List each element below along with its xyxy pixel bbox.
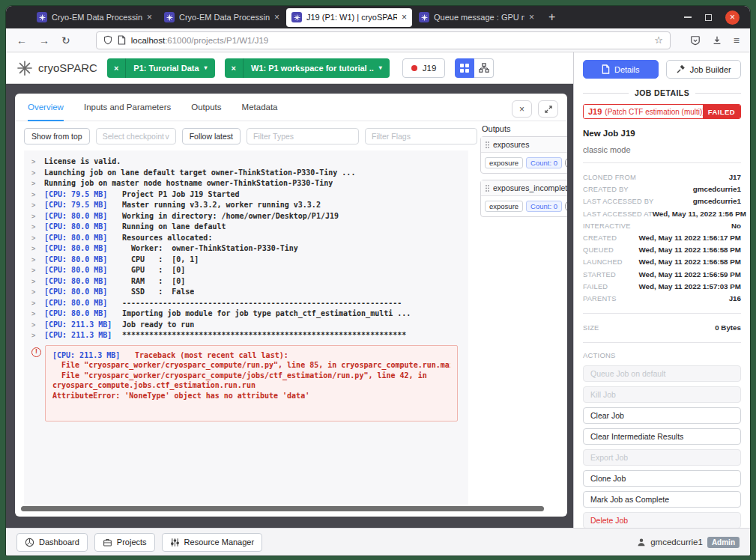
project-selector[interactable]: × P1: Turorial Data▾ bbox=[107, 58, 215, 78]
url-bar[interactable]: localhost:61000/projects/P1/W1/J19 ☆ bbox=[96, 31, 671, 49]
user-icon bbox=[637, 538, 646, 547]
log-cpu-prefix: [CPU: 79.5 MB] bbox=[44, 189, 122, 200]
log-chevron-icon[interactable]: > bbox=[31, 168, 44, 179]
downloads-icon[interactable] bbox=[712, 35, 722, 46]
log-chevron-icon[interactable]: > bbox=[31, 189, 44, 201]
page-info-icon[interactable] bbox=[118, 35, 126, 45]
close-panel-icon[interactable]: × bbox=[512, 100, 532, 118]
log-chevron-icon[interactable]: > bbox=[31, 287, 44, 298]
tab-close-icon[interactable]: × bbox=[274, 12, 279, 22]
show-from-top-button[interactable]: Show from top bbox=[24, 128, 90, 144]
maximize-icon[interactable] bbox=[705, 14, 712, 21]
meta-label: LAST ACCESSED BY bbox=[583, 196, 653, 207]
dashboard-button[interactable]: Dashboard bbox=[16, 533, 88, 552]
menu-icon[interactable]: ≡ bbox=[734, 34, 740, 46]
action-clear-job[interactable]: Clear Job bbox=[583, 407, 741, 424]
log-chevron-icon[interactable]: > bbox=[31, 330, 44, 341]
new-tab-button[interactable]: + bbox=[548, 10, 555, 24]
log-chevron-icon[interactable]: > bbox=[31, 243, 44, 255]
output-group-header[interactable]: exposures bbox=[481, 137, 567, 153]
drag-handle-icon[interactable] bbox=[486, 185, 489, 192]
expand-panel-icon[interactable] bbox=[538, 100, 558, 118]
log-chevron-icon[interactable]: > bbox=[31, 178, 44, 189]
log-line: >[CPU: 80.0 MB]Working in directory: /ho… bbox=[31, 211, 461, 222]
grid-view-button[interactable] bbox=[455, 58, 474, 78]
log-chevron-icon[interactable]: > bbox=[31, 233, 44, 244]
log-chevron-icon[interactable]: > bbox=[31, 320, 44, 331]
log-chevron-icon[interactable]: > bbox=[31, 298, 44, 309]
tab-metadata[interactable]: Metadata bbox=[242, 94, 278, 121]
tab-close-icon[interactable]: × bbox=[529, 12, 534, 22]
job-actions: Queue Job on defaultKill JobClear JobCle… bbox=[583, 365, 741, 528]
output-group-header[interactable]: exposures_incomplete bbox=[481, 180, 567, 196]
tab-outputs[interactable]: Outputs bbox=[191, 94, 221, 121]
minimize-icon[interactable] bbox=[684, 16, 692, 18]
meta-label: CLONED FROM bbox=[583, 172, 636, 183]
log-line-content: [CPU: 80.0 MB] RAM : [0] bbox=[44, 276, 185, 287]
log-line: >License is valid. bbox=[31, 156, 461, 168]
log-chevron-icon[interactable]: > bbox=[31, 255, 44, 266]
user-info[interactable]: gmcedcurrie1 Admin bbox=[637, 537, 740, 548]
hammer-icon bbox=[676, 64, 686, 74]
log-chevron-icon[interactable]: > bbox=[31, 156, 44, 168]
follow-latest-button[interactable]: Follow latest bbox=[182, 128, 241, 144]
log-cpu-prefix: [CPU: 80.0 MB] bbox=[44, 276, 122, 287]
output-count-badge: Count: 0 bbox=[526, 201, 562, 212]
filter-flags-input[interactable] bbox=[365, 128, 477, 144]
back-icon[interactable]: ← bbox=[16, 34, 27, 46]
log-text: Running on lane default bbox=[122, 222, 226, 231]
output-refresh-icon[interactable]: ↻ bbox=[565, 156, 567, 169]
log-line: >[CPU: 80.0 MB]Resources allocated: bbox=[31, 233, 461, 244]
browser-window: Cryo-EM Data Processing×Cryo-EM Data Pro… bbox=[6, 6, 750, 556]
details-button[interactable]: Details bbox=[583, 60, 659, 79]
forward-icon[interactable]: → bbox=[39, 34, 49, 46]
tab-overview[interactable]: Overview bbox=[28, 94, 64, 121]
tab-inputs-and-parameters[interactable]: Inputs and Parameters bbox=[84, 94, 171, 121]
bookmark-star-icon[interactable]: ☆ bbox=[654, 34, 663, 46]
app-footer: Dashboard Projects Resource Manager gmce… bbox=[6, 528, 750, 556]
shield-icon[interactable] bbox=[103, 35, 112, 45]
log-chevron-icon[interactable]: > bbox=[31, 200, 44, 211]
action-delete-job[interactable]: Delete Job bbox=[583, 512, 741, 528]
browser-titlebar: Cryo-EM Data Processing×Cryo-EM Data Pro… bbox=[6, 6, 750, 28]
horizontal-scrollbar[interactable] bbox=[21, 506, 552, 511]
browser-tab[interactable]: J19 (P1: W1) | cryoSPARC× bbox=[286, 8, 412, 27]
tab-close-icon[interactable]: × bbox=[147, 12, 152, 22]
job-selector[interactable]: J19 bbox=[402, 58, 446, 78]
meta-value: Wed, May 11 2022 1:56:17 PM bbox=[638, 232, 741, 243]
tab-close-icon[interactable]: × bbox=[402, 12, 407, 22]
job-builder-button[interactable]: Job Builder bbox=[666, 60, 742, 79]
drag-handle-icon[interactable] bbox=[486, 141, 489, 148]
log-cpu-prefix: [CPU: 80.0 MB] bbox=[44, 298, 122, 308]
reload-icon[interactable]: ↻ bbox=[61, 34, 70, 46]
log-chevron-icon[interactable]: > bbox=[31, 308, 44, 320]
action-clear-intermediate-results[interactable]: Clear Intermediate Results bbox=[583, 428, 741, 445]
projects-button[interactable]: Projects bbox=[94, 533, 155, 552]
log-chevron-icon[interactable]: > bbox=[31, 222, 44, 233]
workspace-selector[interactable]: × W1: P1 workspace for tutorial ..▾ bbox=[225, 58, 390, 78]
resource-manager-button[interactable]: Resource Manager bbox=[162, 533, 263, 552]
browser-tab[interactable]: Queue message : GPU no× bbox=[414, 8, 539, 27]
tree-view-button[interactable] bbox=[474, 58, 494, 78]
filter-types-input[interactable] bbox=[247, 128, 359, 144]
account-shield-icon[interactable] bbox=[690, 35, 701, 46]
workspace-close-icon[interactable]: × bbox=[225, 58, 244, 78]
log-chevron-icon[interactable]: > bbox=[31, 265, 44, 276]
log-line: >[CPU: 79.5 MB]Master running v3.3.2, wo… bbox=[31, 200, 461, 211]
scrollbar-thumb[interactable] bbox=[21, 506, 544, 511]
cryosparc-brand: cryoSPARC bbox=[16, 60, 97, 76]
browser-tab[interactable]: Cryo-EM Data Processing× bbox=[159, 8, 285, 27]
output-refresh-icon[interactable]: ↻ bbox=[565, 200, 567, 213]
log-chevron-icon[interactable]: > bbox=[31, 276, 44, 287]
select-checkpoint-dropdown[interactable]: Select checkpointv bbox=[96, 128, 176, 144]
close-window-icon[interactable]: × bbox=[725, 10, 740, 25]
log-chevron-icon[interactable]: > bbox=[31, 211, 44, 222]
browser-tab[interactable]: Cryo-EM Data Processing× bbox=[31, 8, 157, 27]
job-log[interactable]: >License is valid.>Launching job on lane… bbox=[24, 150, 468, 505]
job-status-chip[interactable]: J19 (Patch CTF estimation (multi)) FAILE… bbox=[583, 104, 741, 119]
job-name: New Job J19 bbox=[583, 129, 741, 138]
action-mark-job-as-complete[interactable]: Mark Job as Complete bbox=[583, 491, 741, 508]
tab-title: Cryo-EM Data Processing bbox=[179, 13, 270, 22]
action-clone-job[interactable]: Clone Job bbox=[583, 470, 741, 487]
project-close-icon[interactable]: × bbox=[107, 58, 126, 78]
